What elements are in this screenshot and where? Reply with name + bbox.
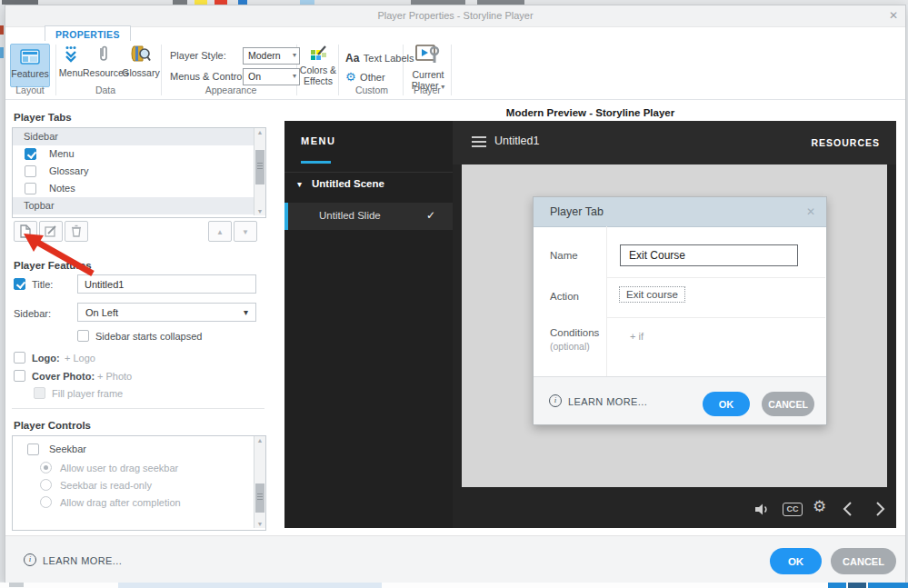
features-button[interactable]: Features — [10, 44, 50, 87]
next-slide-icon[interactable] — [876, 502, 885, 516]
hamburger-icon[interactable] — [472, 136, 486, 147]
name-input[interactable] — [620, 244, 798, 266]
resources-label: Resources — [83, 67, 125, 78]
current-player-label1: Current — [408, 69, 448, 80]
list-item-menu[interactable]: Menu — [13, 145, 265, 163]
features-icon — [20, 49, 40, 65]
learn-more-link[interactable]: LEARN MORE... — [43, 555, 122, 566]
scroll-up-icon[interactable]: ▲ — [254, 129, 265, 135]
background-fragment — [118, 583, 382, 588]
move-down-button[interactable]: ▼ — [234, 221, 257, 242]
radio-drag-seekbar[interactable] — [40, 462, 52, 473]
scrollbar-thumb[interactable] — [255, 150, 264, 184]
scroll-down-icon[interactable]: ▼ — [254, 521, 265, 527]
dropdown-arrow-icon: ▾ — [293, 48, 296, 63]
logo-checkbox[interactable] — [14, 352, 25, 364]
list-item-glossary[interactable]: Glossary — [13, 163, 265, 180]
player-tab-close-icon[interactable]: ✕ — [806, 205, 815, 218]
menu-label: Menu — [58, 67, 84, 78]
volume-icon[interactable] — [754, 503, 770, 516]
prev-slide-icon[interactable] — [843, 502, 852, 516]
dialog-title: Player Properties - Storyline Player — [5, 5, 905, 26]
menus-controls-value: On — [248, 71, 261, 82]
group-appearance: Appearance — [167, 85, 294, 95]
player-tab-learn-more-link[interactable]: LEARN MORE... — [568, 396, 647, 407]
dialog-footer: i LEARN MORE... OK CANCEL — [5, 535, 905, 583]
menus-controls-select[interactable]: On ▾ — [243, 68, 300, 85]
menu-checkbox[interactable] — [25, 148, 36, 160]
player-tab-ok-button[interactable]: OK — [703, 392, 750, 416]
preview-menu-tab[interactable]: MENU — [301, 135, 335, 146]
scroll-down-icon[interactable]: ▼ — [254, 208, 265, 214]
conditions-optional: (optional) — [550, 341, 590, 352]
player-tab-dialog-footer: i LEARN MORE... OK CANCEL — [534, 376, 826, 424]
add-condition-link[interactable]: + if — [630, 331, 644, 342]
player-tab-cancel-button[interactable]: CANCEL — [762, 392, 814, 416]
glossary-icon — [131, 45, 151, 64]
move-up-button[interactable]: ▲ — [208, 221, 232, 242]
colors-effects-button[interactable]: Colors & Effects — [299, 44, 337, 86]
group-layout: Layout — [10, 85, 50, 95]
list-item-notes[interactable]: Notes — [13, 180, 265, 197]
menu-tab-underline — [301, 161, 331, 164]
add-photo-link[interactable]: + Photo — [97, 371, 132, 382]
glossary-item-label: Glossary — [49, 163, 88, 180]
glossary-button[interactable]: Glossary — [122, 44, 160, 78]
notes-checkbox[interactable] — [25, 183, 36, 194]
sidebar-collapsed-checkbox[interactable] — [77, 330, 89, 342]
list-group-topbar[interactable]: Topbar — [13, 197, 254, 214]
other-button[interactable]: ⚙ Other — [345, 68, 385, 85]
scrollbar-thumb[interactable] — [255, 483, 264, 513]
row-divider — [607, 277, 825, 278]
menu-button[interactable]: Menu — [58, 44, 84, 78]
add-logo-link[interactable]: + Logo — [65, 353, 95, 364]
radio-read-only[interactable] — [40, 479, 52, 491]
player-controls-scrollbar[interactable]: ▲ ▼ — [254, 436, 265, 528]
features-label: Features — [11, 68, 49, 79]
action-label: Action — [550, 291, 579, 302]
radio-drag-after[interactable] — [40, 496, 52, 508]
seekbar-checkbox[interactable] — [27, 443, 39, 455]
fill-frame-checkbox[interactable] — [34, 387, 45, 399]
action-value-chip[interactable]: Exit course — [619, 286, 685, 303]
cancel-button[interactable]: CANCEL — [831, 548, 896, 574]
text-labels-button[interactable]: Aa Text Labels — [345, 49, 414, 65]
conditions-label: Conditions — [550, 327, 599, 338]
captions-icon[interactable]: CC — [783, 503, 803, 516]
background-fragment — [848, 583, 866, 588]
sidebar-select[interactable]: On Left ▾ — [77, 303, 256, 322]
player-style-value: Modern — [248, 50, 281, 61]
slide-row[interactable]: Untitled Slide ✓ — [284, 203, 453, 230]
player-style-select[interactable]: Modern ▾ — [243, 47, 300, 65]
background-fragment — [0, 47, 4, 58]
ok-button[interactable]: OK — [770, 548, 822, 574]
player-tab-dialog-title: Player Tab — [550, 205, 604, 218]
radio-read-only-label: Seekbar is read-only — [60, 480, 152, 491]
preview-title: Modern Preview - Storyline Player — [284, 107, 896, 118]
background-fragment — [828, 583, 846, 588]
resources-button[interactable]: Resources — [83, 44, 125, 78]
player-controls-list: Seekbar Allow user to drag seekbar Seekb… — [12, 435, 266, 531]
cover-photo-checkbox[interactable] — [14, 370, 25, 382]
colors-effects-label2: Effects — [299, 75, 337, 86]
title-input[interactable] — [77, 274, 256, 294]
other-label: Other — [360, 72, 385, 83]
tab-properties[interactable]: PROPERTIES — [45, 25, 131, 42]
scroll-up-icon[interactable]: ▲ — [254, 437, 265, 443]
glossary-checkbox[interactable] — [25, 165, 36, 177]
up-arrow-icon: ▲ — [216, 228, 224, 236]
player-tab-dialog-header: Player Tab ✕ — [534, 197, 826, 227]
close-icon[interactable]: ✕ — [889, 9, 898, 22]
menu-item-label: Menu — [49, 145, 75, 163]
logo-label: Logo: — [32, 353, 60, 364]
scene-row[interactable]: ▾ Untitled Scene — [284, 175, 453, 199]
player-tabs-scrollbar[interactable]: ▲ ▼ — [254, 128, 265, 215]
radio-drag-after-label: Allow drag after completion — [60, 497, 181, 508]
current-player-icon — [415, 44, 441, 65]
settings-gear-icon[interactable]: ⚙ — [813, 497, 826, 516]
sidebar-collapsed-label: Sidebar starts collapsed — [95, 331, 202, 342]
preview-resources-tab[interactable]: RESOURCES — [811, 137, 880, 148]
list-group-sidebar[interactable]: Sidebar — [13, 128, 254, 145]
divider — [12, 408, 264, 409]
group-player: Player — [405, 85, 449, 95]
